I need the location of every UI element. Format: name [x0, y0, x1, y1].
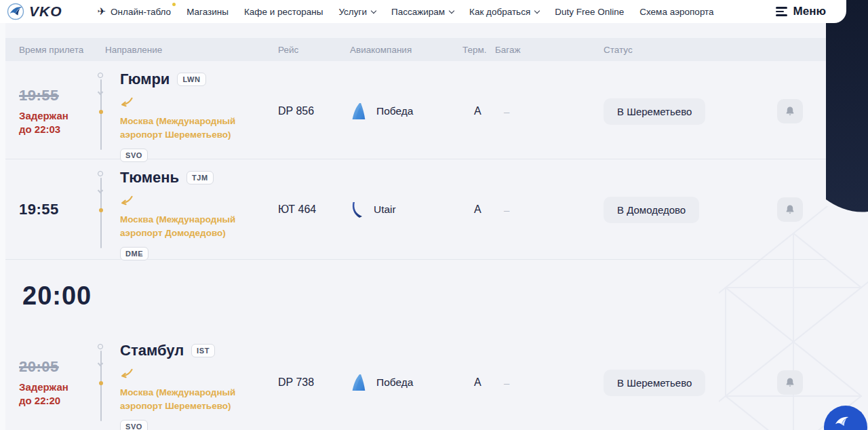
- nav-online-board-label: Онлайн-табло: [111, 7, 171, 17]
- chat-bird-icon: [832, 412, 851, 430]
- terminal: А: [462, 105, 495, 117]
- bell-icon: [785, 204, 795, 215]
- diverted-arrow-icon: [120, 368, 133, 378]
- plane-icon: ✈: [98, 5, 106, 18]
- status-cell: В Шереметьево: [604, 98, 777, 125]
- top-navigation-bar: VKO ✈ Онлайн-табло Магазины Кафе и ресто…: [0, 0, 846, 23]
- origin-point-icon: [98, 73, 103, 78]
- logo-text: VKO: [29, 3, 62, 20]
- route-timeline: [98, 171, 104, 248]
- col-header-time: Время прилета: [19, 45, 105, 55]
- chevron-down-icon: [371, 7, 376, 13]
- airline-cell: Utair: [350, 201, 462, 218]
- hamburger-icon: [776, 7, 787, 16]
- nav-passengers[interactable]: Пассажирам: [391, 7, 454, 17]
- flight-row-gyumri[interactable]: 19:55 Задержан до 22:03 Гюмри LWN: [5, 61, 826, 159]
- diverted-airport: Москва (Международный аэропорт Шереметье…: [120, 386, 278, 414]
- bell-icon: [785, 377, 795, 388]
- origin-airport-code-badge: IST: [191, 344, 215, 357]
- diverted-airport-code-badge: DME: [120, 247, 149, 260]
- col-header-baggage: Багаж: [495, 45, 604, 55]
- col-header-direction: Направление: [105, 45, 278, 55]
- nav-shops-label: Магазины: [186, 7, 229, 17]
- chevron-down-icon: [534, 7, 540, 13]
- origin-point-icon: [98, 171, 103, 176]
- status-cell: В Шереметьево: [604, 370, 777, 396]
- delay-status-text: Задержан до 22:03: [19, 109, 105, 136]
- status-badge: В Домодедово: [604, 197, 699, 223]
- airline-name: Победа: [376, 105, 413, 117]
- nav-online-board[interactable]: ✈ Онлайн-табло: [98, 5, 172, 18]
- nav-passengers-label: Пассажирам: [391, 7, 445, 17]
- flight-row-tyumen[interactable]: 19:55 Тюмень TJM Москва (Международный а…: [5, 159, 826, 260]
- side-navy-shape: [826, 0, 868, 218]
- airline-name: Utair: [374, 203, 396, 216]
- menu-button[interactable]: Меню: [776, 5, 826, 18]
- diverted-airport: Москва (Международный аэропорт Домодедов…: [120, 213, 278, 241]
- airline-cell: Победа: [350, 374, 462, 392]
- arrival-time-cell: 19:55 Задержан до 22:03: [19, 87, 105, 136]
- baggage: –: [495, 377, 604, 389]
- flight-number: ЮТ 464: [278, 203, 350, 216]
- nav-shops[interactable]: Магазины: [186, 7, 229, 17]
- status-badge: В Шереметьево: [604, 370, 705, 396]
- nav-cafes-label: Кафе и рестораны: [244, 7, 323, 17]
- arrival-time-cell: 20:05 Задержан до 22:20: [19, 358, 105, 407]
- section-time-label: 20:00: [22, 281, 92, 311]
- arrivals-table-header: Время прилета Направление Рейс Авиакомпа…: [5, 38, 826, 61]
- col-header-flight: Рейс: [278, 45, 350, 55]
- diverted-arrow-icon: [120, 97, 133, 107]
- divert-point-icon: [99, 381, 103, 385]
- vko-logo[interactable]: VKO: [7, 3, 62, 20]
- flight-row-istanbul[interactable]: 20:05 Задержан до 22:20 Стамбул IST: [5, 332, 826, 430]
- chevron-down-icon: [449, 7, 454, 13]
- left-gutter: [0, 23, 5, 430]
- bell-icon: [785, 106, 795, 117]
- direction-cell: Стамбул IST Москва (Международный аэропо…: [105, 332, 278, 430]
- nav-directions-label: Как добраться: [469, 7, 530, 17]
- terminal: А: [462, 203, 495, 216]
- flight-number: DP 738: [278, 376, 350, 389]
- route-arrow-down-icon: [97, 90, 102, 95]
- divert-point-icon: [99, 110, 103, 114]
- nav-duty-free-label: Duty Free Online: [555, 7, 624, 17]
- nav-airport-map[interactable]: Схема аэропорта: [639, 7, 713, 17]
- route-arrow-down-icon: [97, 361, 102, 366]
- direction-cell: Гюмри LWN Москва (Международный аэропорт…: [105, 61, 278, 162]
- pobeda-logo: [350, 102, 368, 121]
- pobeda-logo: [350, 374, 368, 392]
- airline-cell: Победа: [350, 102, 462, 121]
- arrival-time-cell: 19:55: [19, 201, 105, 218]
- vko-bird-icon: [7, 3, 24, 20]
- origin-city: Стамбул: [120, 342, 184, 359]
- origin-airport-code-badge: LWN: [177, 73, 205, 86]
- flight-number: DP 856: [278, 105, 350, 117]
- nav-duty-free[interactable]: Duty Free Online: [555, 7, 624, 17]
- origin-point-icon: [98, 344, 103, 349]
- utair-logo: [350, 201, 365, 218]
- time-section-header: 20:00: [5, 260, 826, 332]
- nav-services[interactable]: Услуги: [338, 7, 376, 17]
- route-timeline: [98, 73, 104, 150]
- route-timeline: [98, 344, 104, 421]
- baggage: –: [495, 106, 604, 117]
- baggage: –: [495, 204, 604, 216]
- notification-dot: [172, 3, 176, 6]
- nav-cafes[interactable]: Кафе и рестораны: [244, 7, 323, 17]
- origin-city: Гюмри: [120, 71, 170, 88]
- subscribe-bell-button[interactable]: [777, 197, 803, 222]
- subscribe-bell-button[interactable]: [777, 99, 803, 123]
- diverted-airport: Москва (Международный аэропорт Шереметье…: [120, 115, 278, 142]
- diverted-airport-code-badge: SVO: [120, 420, 148, 430]
- route-arrow-down-icon: [97, 188, 102, 193]
- delay-status-text: Задержан до 22:20: [19, 380, 105, 407]
- direction-cell: Тюмень TJM Москва (Международный аэропор…: [105, 159, 278, 260]
- col-header-airline: Авиакомпания: [350, 45, 462, 55]
- subscribe-bell-button[interactable]: [777, 370, 803, 395]
- arrivals-list: 19:55 Задержан до 22:03 Гюмри LWN: [5, 61, 826, 430]
- nav-airport-map-label: Схема аэропорта: [639, 7, 713, 17]
- nav-services-label: Услуги: [338, 7, 367, 17]
- nav-directions[interactable]: Как добраться: [469, 7, 539, 17]
- col-header-terminal: Терм.: [462, 45, 495, 55]
- divert-point-icon: [99, 208, 103, 212]
